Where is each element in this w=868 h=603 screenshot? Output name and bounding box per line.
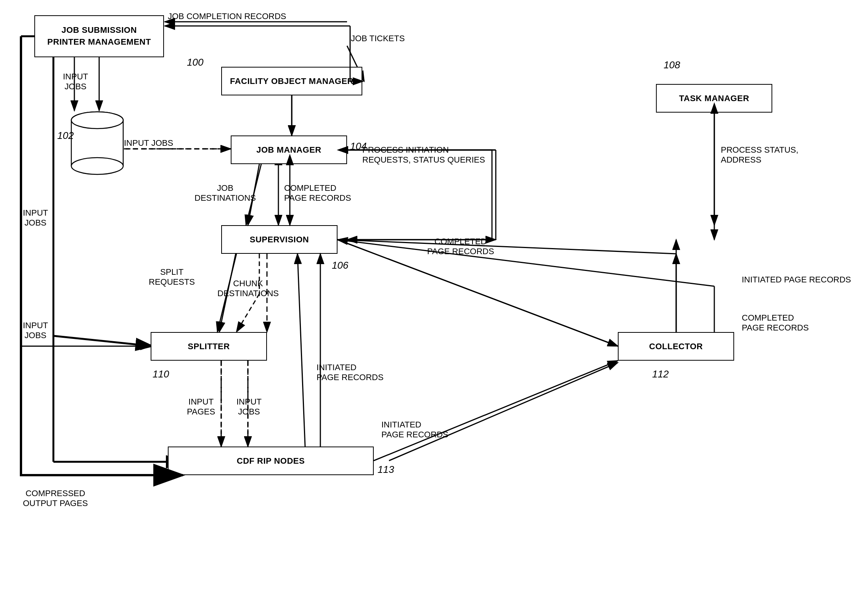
svg-line-33: [338, 240, 714, 286]
input-jobs-cdf-label: INPUTJOBS: [236, 397, 262, 417]
chunk-destinations-label: CHUNKDESTINATIONS: [217, 279, 279, 298]
completed-page-records-2-label: COMPLETEDPAGE RECORDS: [427, 237, 494, 256]
svg-point-41: [71, 112, 123, 129]
svg-line-24: [53, 336, 153, 346]
database-cylinder: [71, 111, 124, 176]
ref-112: 112: [652, 368, 669, 380]
ref-102: 102: [57, 130, 74, 142]
ref-110: 110: [153, 368, 169, 380]
ref-113: 113: [378, 464, 394, 476]
facility-object-manager-box: FACILITY OBJECT MANAGER: [221, 67, 362, 95]
initiated-page-records-1-label: INITIATEDPAGE RECORDS: [317, 363, 384, 382]
supervision-box: SUPERVISION: [221, 225, 338, 254]
input-jobs-3-label: INPUTJOBS: [23, 208, 48, 228]
initiated-page-records-cdf-label: INITIATEDPAGE RECORDS: [381, 420, 448, 440]
svg-line-26: [236, 294, 259, 332]
input-jobs-dashed-label: INPUT JOBS: [124, 138, 173, 148]
task-manager-box: TASK MANAGER: [656, 84, 772, 113]
svg-line-29: [297, 254, 305, 447]
splitter-box: SPLITTER: [151, 332, 267, 361]
job-destinations-label: JOBDESTINATIONS: [194, 183, 256, 203]
svg-line-62: [338, 240, 676, 254]
svg-line-63: [374, 361, 618, 461]
ref-100: 100: [187, 56, 203, 68]
initiated-page-records-2-label: INITIATED PAGE RECORDS: [742, 275, 851, 285]
cdf-rip-nodes-box: CDF RIP NODES: [168, 447, 374, 475]
job-completion-records-label: JOB COMPLETION RECORDS: [168, 11, 286, 21]
job-tickets-label: JOB TICKETS: [351, 34, 405, 44]
ref-108: 108: [664, 59, 680, 71]
collector-box: COLLECTOR: [618, 332, 734, 361]
split-requests-label: SPLITREQUESTS: [149, 267, 195, 287]
completed-page-records-1-label: COMPLETEDPAGE RECORDS: [284, 183, 351, 203]
svg-line-34: [389, 363, 618, 461]
svg-point-40: [71, 158, 123, 174]
process-status-label: PROCESS STATUS,ADDRESS: [721, 145, 798, 165]
diagram: JOB SUBMISSION PRINTER MANAGEMENT FACILI…: [0, 0, 868, 603]
compressed-output-label: COMPRESSEDOUTPUT PAGES: [23, 489, 88, 508]
completed-page-records-3-label: COMPLETEDPAGE RECORDS: [742, 313, 809, 333]
input-jobs-4-label: INPUTJOBS: [23, 321, 48, 340]
ref-106: 106: [332, 260, 348, 271]
process-initiation-label: PROCESS INITIATIONREQUESTS, STATUS QUERI…: [362, 145, 485, 165]
input-jobs-1-label: INPUTJOBS: [63, 72, 88, 92]
input-pages-label: INPUTPAGES: [187, 397, 215, 417]
job-manager-box: JOB MANAGER: [231, 135, 347, 164]
job-submission-box: JOB SUBMISSION PRINTER MANAGEMENT: [34, 15, 164, 57]
